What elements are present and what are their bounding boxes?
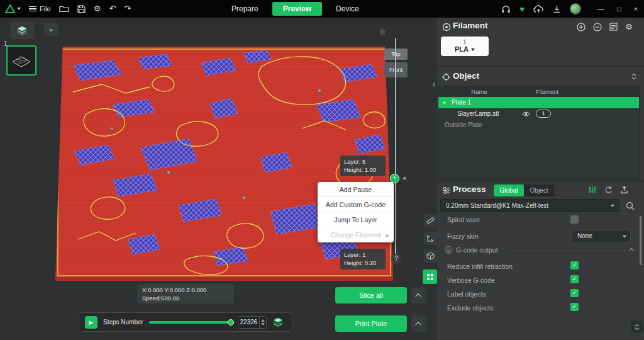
process-section-title: Process xyxy=(453,184,486,194)
layer-slider-track[interactable] xyxy=(395,38,396,255)
flush-options-icon[interactable] xyxy=(609,23,618,31)
steps-value-stepper[interactable]: 22326 xyxy=(238,316,267,329)
reset-preset-icon[interactable] xyxy=(604,186,613,194)
dimension-tool-button[interactable] xyxy=(424,232,437,245)
favorites-heart-icon[interactable]: ♥ xyxy=(519,4,525,14)
redo-icon[interactable]: ↷ xyxy=(124,0,131,18)
setting-verbose-gcode-checkbox[interactable]: ✓ xyxy=(570,275,579,283)
menu-item-jump-to-layer[interactable]: Jump To Layer xyxy=(318,212,394,227)
steps-slider-handle[interactable] xyxy=(228,319,234,326)
lower-tip-layer: Layer: 1 xyxy=(344,251,382,259)
remove-filament-icon[interactable] xyxy=(593,23,602,31)
tab-prepare[interactable]: Prepare xyxy=(231,4,258,13)
scope-global-button[interactable]: Global xyxy=(494,184,524,196)
steps-slider-track[interactable] xyxy=(149,321,232,324)
search-preset-icon[interactable] xyxy=(626,201,635,210)
steps-slider-bar: ▶ Steps Number 22326 xyxy=(79,312,292,332)
layers-stack-icon xyxy=(16,26,28,35)
process-settings-list: Spiral vase Fuzzy skin None G G-code out… xyxy=(437,214,644,316)
help-button[interactable]: ? xyxy=(391,254,401,264)
user-avatar[interactable] xyxy=(570,3,581,14)
layer-tooltip-lower: Layer: 1 Height: 0.20 xyxy=(340,249,386,269)
undo-icon[interactable]: ↶ xyxy=(109,0,116,18)
app-logo[interactable] xyxy=(5,4,21,13)
slice-plate-tool-button[interactable] xyxy=(10,21,34,39)
filament-slot-number: 1 xyxy=(441,38,489,45)
tab-device[interactable]: Device xyxy=(336,4,359,13)
column-header-name: Name xyxy=(438,86,520,97)
support-headset-icon[interactable] xyxy=(501,5,511,13)
setting-spiral-vase-checkbox[interactable] xyxy=(570,215,579,224)
setting-label-objects-checkbox[interactable]: ✓ xyxy=(570,289,579,297)
table-row-outside-plate[interactable]: Outside Plate xyxy=(438,120,639,131)
home-view-icon[interactable] xyxy=(378,28,387,35)
print-plate-button[interactable]: Print Plate xyxy=(335,315,407,332)
settings-scrollbar[interactable] xyxy=(640,216,641,265)
process-preset-select[interactable]: 0.20mm Standard@K1 Max-Zelf-test xyxy=(440,199,619,212)
cube-icon xyxy=(426,252,435,260)
cloud-upload-icon[interactable] xyxy=(533,5,544,13)
row-expand-arrow-icon[interactable]: ▸ xyxy=(443,97,446,108)
collapse-list-icon[interactable] xyxy=(631,73,637,80)
settings-gear-icon[interactable]: ⚙ xyxy=(94,0,101,18)
fuzzy-skin-value: None xyxy=(577,232,592,239)
section-divider xyxy=(437,65,644,67)
print-options-expander[interactable] xyxy=(411,315,426,332)
creality-logo-icon xyxy=(5,4,15,13)
expand-toolbar-button[interactable]: » xyxy=(44,23,58,36)
setting-fuzzy-skin-select[interactable]: None xyxy=(572,230,631,242)
menu-item-add-pause[interactable]: Add Pause xyxy=(318,182,394,197)
file-menu[interactable]: File xyxy=(29,5,51,13)
spinner-down-icon[interactable] xyxy=(261,323,265,326)
row-outside-plate-label: Outside Plate xyxy=(445,120,482,131)
chevron-up-icon xyxy=(415,293,421,299)
setting-reduce-infill-label: Reduce infill retraction xyxy=(447,263,513,270)
scope-object-button[interactable]: Object xyxy=(524,184,554,196)
cube-view-button[interactable] xyxy=(424,249,437,263)
table-row-plate[interactable]: ▸ Plate 1 xyxy=(438,97,639,108)
filament-card[interactable]: 1 PLA xyxy=(441,37,489,56)
minimize-button[interactable]: — xyxy=(597,5,604,13)
slice-options-expander[interactable] xyxy=(411,287,426,303)
filament-spool-icon xyxy=(442,23,451,31)
add-filament-icon[interactable] xyxy=(577,23,586,31)
top-menu-bar: File ⚙ ↶ ↷ Prepare Preview Device ♥ — □ … xyxy=(0,0,644,18)
slice-all-button[interactable]: Slice all xyxy=(335,287,407,303)
panel-collapse-handle[interactable] xyxy=(430,74,437,95)
setting-exclude-objects-checkbox[interactable]: ✓ xyxy=(570,303,579,311)
advanced-settings-icon[interactable] xyxy=(588,186,597,194)
table-row-object[interactable]: SlayerLamp.stl 1 xyxy=(438,108,639,120)
layer-slider-close-icon[interactable]: × xyxy=(402,174,406,182)
close-button[interactable]: × xyxy=(634,5,638,13)
filament-assignment-badge[interactable]: 1 xyxy=(536,110,551,118)
save-icon[interactable] xyxy=(77,5,86,13)
group-divider-line xyxy=(508,251,627,251)
tab-preview[interactable]: Preview xyxy=(272,2,322,16)
coordinates-tooltip: X:0.000 Y:0.000 Z:0.000 Speed:500.00 xyxy=(137,284,234,303)
object-target-icon xyxy=(442,73,450,81)
group-collapse-chevron-icon[interactable] xyxy=(629,248,634,253)
viewport-3d[interactable]: » 1 xyxy=(0,18,437,340)
grid-view-button[interactable] xyxy=(423,269,437,284)
spinner-up-icon[interactable] xyxy=(261,319,265,322)
gcode-group-icon: G xyxy=(445,246,452,254)
process-scope-toggle: Global Object xyxy=(494,184,554,196)
save-preset-icon[interactable] xyxy=(620,186,628,194)
filament-settings-gear-icon[interactable]: ⚙ xyxy=(625,22,633,31)
maximize-button[interactable]: □ xyxy=(617,5,621,13)
app-window: File ⚙ ↶ ↷ Prepare Preview Device ♥ — □ … xyxy=(0,0,644,340)
open-file-icon[interactable] xyxy=(59,5,69,13)
visibility-eye-icon[interactable] xyxy=(522,111,530,117)
play-button[interactable]: ▶ xyxy=(85,316,97,329)
collapse-all-button[interactable] xyxy=(631,320,643,333)
filament-dropdown-caret-icon[interactable] xyxy=(471,48,475,51)
steps-spinner[interactable] xyxy=(259,317,266,328)
download-icon[interactable] xyxy=(553,5,561,13)
setting-reduce-infill-checkbox[interactable]: ✓ xyxy=(570,261,579,269)
setting-spiral-vase-label: Spiral vase xyxy=(447,216,480,224)
menu-item-add-custom-gcode[interactable]: Add Custom G-code xyxy=(318,197,394,212)
measure-tool-button[interactable] xyxy=(424,214,437,227)
filament-section-title: Filament xyxy=(453,21,488,30)
menu-item-change-filament[interactable]: Change Filament ▸ xyxy=(318,227,394,242)
plate-thumbnail[interactable] xyxy=(6,45,36,76)
